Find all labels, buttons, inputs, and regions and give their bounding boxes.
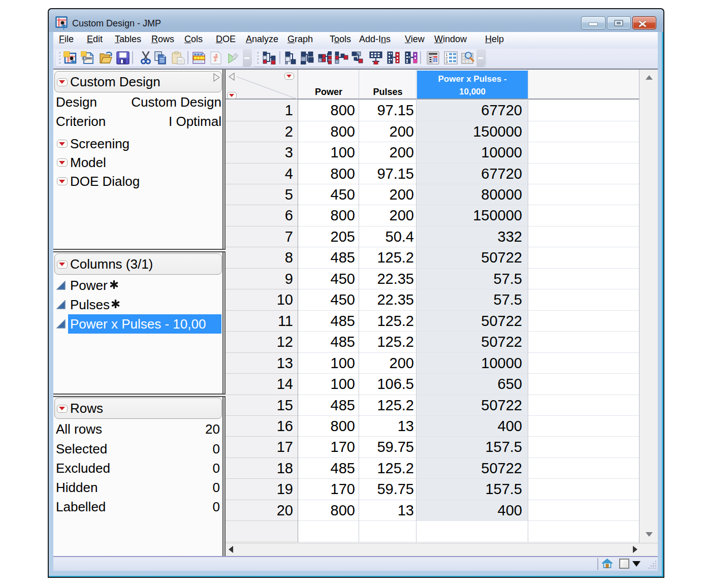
svg-text:3: 3 (445, 59, 448, 64)
